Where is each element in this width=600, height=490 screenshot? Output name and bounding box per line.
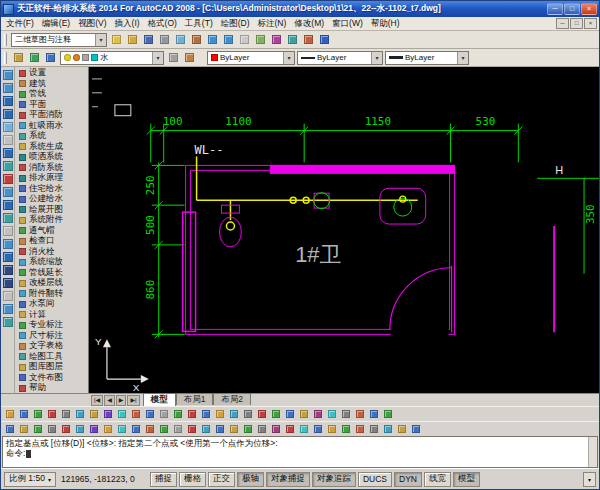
tool-button[interactable]: [87, 423, 100, 436]
tool-button[interactable]: [297, 408, 310, 421]
vertical-tool-icon[interactable]: [3, 70, 13, 80]
tool-button[interactable]: [87, 408, 100, 421]
chevron-down-icon[interactable]: ▾: [283, 52, 294, 64]
vertical-tool-icon[interactable]: [3, 265, 13, 275]
status-toggle-button[interactable]: 正交: [208, 472, 235, 487]
sidebar-menu-item[interactable]: 虹吸雨水: [15, 121, 88, 132]
layer-tool-button[interactable]: [166, 50, 181, 65]
vertical-tool-icon[interactable]: [3, 239, 13, 249]
status-toggle-button[interactable]: 线宽: [424, 472, 451, 487]
tool-button[interactable]: [115, 408, 128, 421]
status-toggle-button[interactable]: 栅格: [179, 472, 206, 487]
chevron-down-icon[interactable]: ▾: [95, 34, 106, 46]
status-toggle-button[interactable]: 模型: [453, 472, 480, 487]
vertical-tool-icon[interactable]: [3, 109, 13, 119]
window-control-button[interactable]: ×: [581, 3, 597, 15]
tool-button[interactable]: [381, 408, 394, 421]
vertical-tool-icon[interactable]: [3, 291, 13, 301]
tool-button[interactable]: [353, 423, 366, 436]
layer-dropdown[interactable]: 水 ▾: [60, 51, 164, 65]
tool-button[interactable]: [129, 423, 142, 436]
toolbar-button[interactable]: [301, 32, 316, 47]
tool-button[interactable]: [353, 408, 366, 421]
menu-item[interactable]: 绘图(D): [217, 17, 254, 30]
tab-nav-button[interactable]: ▶: [116, 395, 127, 406]
tool-button[interactable]: [157, 408, 170, 421]
tool-button[interactable]: [227, 423, 240, 436]
status-toggle-button[interactable]: DYN: [394, 472, 422, 487]
tool-button[interactable]: [73, 423, 86, 436]
menu-item[interactable]: 视图(V): [74, 17, 110, 30]
tool-button[interactable]: [367, 423, 380, 436]
tab-nav-button[interactable]: |◀: [91, 395, 103, 406]
vertical-tool-icon[interactable]: [3, 304, 13, 314]
tool-button[interactable]: [325, 423, 338, 436]
tool-button[interactable]: [241, 423, 254, 436]
vertical-tool-icon[interactable]: [3, 213, 13, 223]
menu-item[interactable]: 插入(I): [111, 17, 144, 30]
layer-tool-button[interactable]: [11, 50, 26, 65]
sidebar-menu-item[interactable]: 水泵间: [15, 299, 88, 310]
tool-button[interactable]: [59, 408, 72, 421]
toolbar-grip[interactable]: [4, 34, 7, 46]
doc-control-button[interactable]: ×: [584, 18, 597, 29]
chevron-down-icon[interactable]: ▾: [371, 52, 382, 64]
toolbar-button[interactable]: [157, 32, 172, 47]
tool-button[interactable]: [129, 408, 142, 421]
layout-tab[interactable]: 模型: [143, 393, 176, 406]
tool-button[interactable]: [101, 408, 114, 421]
tool-button[interactable]: [311, 423, 324, 436]
tool-button[interactable]: [241, 408, 254, 421]
vertical-tool-icon[interactable]: [3, 148, 13, 158]
status-menu-button[interactable]: ▾: [583, 472, 596, 487]
vertical-tool-icon[interactable]: [3, 174, 13, 184]
tool-button[interactable]: [143, 408, 156, 421]
vertical-tool-icon[interactable]: [3, 317, 13, 327]
chevron-down-icon[interactable]: ▾: [457, 52, 468, 64]
tool-button[interactable]: [339, 408, 352, 421]
tool-button[interactable]: [157, 423, 170, 436]
toolbar-button[interactable]: [205, 32, 220, 47]
vertical-tool-icon[interactable]: [3, 96, 13, 106]
tool-button[interactable]: [381, 423, 394, 436]
toolbar-button[interactable]: [269, 32, 284, 47]
tool-button[interactable]: [227, 408, 240, 421]
tool-button[interactable]: [73, 408, 86, 421]
menu-item[interactable]: 工具(T): [181, 17, 217, 30]
vertical-tool-icon[interactable]: [3, 226, 13, 236]
layout-tab[interactable]: 布局2: [213, 393, 251, 405]
layer-tool-button[interactable]: [182, 50, 197, 65]
vertical-tool-icon[interactable]: [3, 278, 13, 288]
tool-button[interactable]: [409, 423, 422, 436]
tool-button[interactable]: [59, 423, 72, 436]
color-dropdown[interactable]: ByLayer ▾: [207, 51, 295, 65]
tool-button[interactable]: [199, 408, 212, 421]
vertical-tool-icon[interactable]: [3, 83, 13, 93]
tool-button[interactable]: [311, 408, 324, 421]
tool-button[interactable]: [115, 423, 128, 436]
lineweight-dropdown[interactable]: ByLayer ▾: [385, 51, 469, 65]
chevron-down-icon[interactable]: ▾: [152, 52, 163, 64]
status-toggle-button[interactable]: DUCS: [358, 472, 392, 487]
tool-button[interactable]: [213, 423, 226, 436]
tab-nav-button[interactable]: ◀: [104, 395, 115, 406]
command-scrollbar[interactable]: [588, 437, 597, 467]
tool-button[interactable]: [185, 423, 198, 436]
tool-button[interactable]: [17, 408, 30, 421]
status-toggle-button[interactable]: 对象追踪: [312, 472, 356, 487]
tool-button[interactable]: [101, 423, 114, 436]
drawing-canvas[interactable]: 100 1100 1150 530: [89, 67, 599, 393]
tool-button[interactable]: [269, 408, 282, 421]
toolbar-button[interactable]: [237, 32, 252, 47]
toolbar-button[interactable]: [141, 32, 156, 47]
toolbar-button[interactable]: [285, 32, 300, 47]
toolbar-button[interactable]: [125, 32, 140, 47]
menu-item[interactable]: 修改(M): [290, 17, 328, 30]
command-line[interactable]: 指定基点或 [位移(D)] <位移>: 指定第二个点或 <使用第一个点作为位移>…: [2, 436, 598, 468]
tool-button[interactable]: [367, 408, 380, 421]
tool-button[interactable]: [3, 423, 16, 436]
tool-button[interactable]: [269, 423, 282, 436]
tool-button[interactable]: [45, 423, 58, 436]
toolbar-button[interactable]: [253, 32, 268, 47]
vertical-tool-icon[interactable]: [3, 122, 13, 132]
